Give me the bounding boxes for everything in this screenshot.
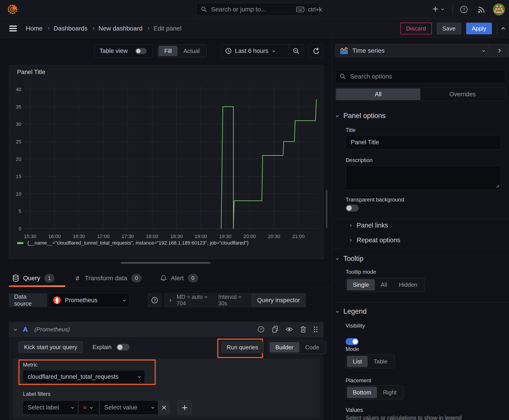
search-shortcut: ctrl+k xyxy=(308,6,322,13)
global-search-box[interactable]: ctrl+k xyxy=(196,3,319,16)
horizontal-splitter-handle[interactable] xyxy=(121,262,211,264)
section-collapse-icon xyxy=(336,310,339,313)
breadcrumb: Home Dashboards New dashboard Edit panel xyxy=(26,19,181,38)
legend-section-header[interactable]: Legend xyxy=(336,307,366,315)
values-label: Values xyxy=(346,406,363,413)
drag-handle-icon[interactable] xyxy=(313,326,318,333)
visualization-name: Time series xyxy=(352,47,385,54)
tab-transform-data[interactable]: Transform data 0 xyxy=(74,270,142,286)
time-series-chart[interactable]: 051015202530354015:3016:0016:3017:0017:3… xyxy=(12,84,321,241)
explain-toggle[interactable] xyxy=(116,344,129,351)
duplicate-query-icon[interactable] xyxy=(272,326,279,333)
actions-divider xyxy=(497,23,497,34)
panel-links-section[interactable]: Panel links xyxy=(349,222,388,229)
query-help-icon[interactable]: ? xyxy=(257,326,265,333)
svg-text:18:30: 18:30 xyxy=(170,233,183,239)
collapse-query-icon[interactable] xyxy=(14,328,17,330)
zoom-out-button[interactable] xyxy=(289,45,303,57)
apply-button[interactable]: Apply xyxy=(466,23,492,34)
options-search-input[interactable] xyxy=(350,73,501,80)
visualization-picker[interactable]: Time series xyxy=(335,44,509,57)
collapse-header-icon[interactable] xyxy=(501,27,505,31)
code-option[interactable]: Code xyxy=(299,342,325,352)
add-filter-button[interactable] xyxy=(177,400,192,415)
tab-alert[interactable]: Alert 0 xyxy=(160,270,198,286)
metric-label: Metric xyxy=(23,362,38,368)
legend-mode-table-option[interactable]: Table xyxy=(368,356,393,367)
placement-right-option[interactable]: Right xyxy=(377,387,403,398)
query-ref-id: A xyxy=(23,326,28,333)
run-queries-button[interactable]: Run queries xyxy=(221,341,264,353)
svg-text:?: ? xyxy=(260,327,262,332)
panel-title-input[interactable] xyxy=(350,139,496,146)
expand-stats-icon[interactable] xyxy=(168,299,171,301)
hamburger-menu-icon[interactable] xyxy=(8,25,17,32)
svg-text:15:30: 15:30 xyxy=(24,233,36,239)
query-datasource-note: (Prometheus) xyxy=(35,326,70,333)
select-label-placeholder: Select label xyxy=(28,404,68,411)
vertical-scrollbar-thumb[interactable] xyxy=(326,190,327,228)
tooltip-all-option[interactable]: All xyxy=(375,279,393,290)
legend-mode-list-option[interactable]: List xyxy=(347,356,368,367)
global-search-input[interactable] xyxy=(211,6,293,13)
transparent-background-toggle[interactable] xyxy=(346,205,359,211)
legend-visibility-toggle[interactable] xyxy=(346,338,359,345)
select-label-dropdown[interactable]: Select label xyxy=(23,400,78,415)
panel-options-section-header[interactable]: Panel options xyxy=(336,112,386,120)
operator-dropdown[interactable]: = xyxy=(78,400,99,415)
visibility-label: Visibility xyxy=(346,323,365,329)
tooltip-single-option[interactable]: Single xyxy=(347,279,375,290)
query-row-header[interactable]: A (Prometheus) ? xyxy=(9,322,324,337)
breadcrumb-new-dashboard[interactable]: New dashboard xyxy=(99,25,143,32)
toggle-visibility-eye-icon[interactable] xyxy=(285,326,293,332)
toggle-viz-panel-button[interactable] xyxy=(489,44,509,57)
svg-text:16:30: 16:30 xyxy=(73,233,85,239)
save-button[interactable]: Save xyxy=(437,23,461,34)
help-button[interactable]: ? xyxy=(459,5,469,14)
tooltip-hidden-option[interactable]: Hidden xyxy=(393,279,423,290)
datasource-help-button[interactable]: ? xyxy=(148,293,162,307)
placement-bottom-option[interactable]: Bottom xyxy=(347,387,377,398)
tab-all[interactable]: All xyxy=(336,88,420,100)
resize-handle-icon[interactable] xyxy=(496,184,500,188)
values-description: Select values or calculations to show in… xyxy=(346,415,462,420)
table-view-toggle[interactable] xyxy=(135,48,146,54)
breadcrumb-home[interactable]: Home xyxy=(26,25,43,32)
options-search-box[interactable] xyxy=(335,69,506,83)
grafana-logo-icon[interactable] xyxy=(7,4,18,15)
datasource-picker[interactable]: Prometheus xyxy=(48,293,130,307)
panel-card: Panel Title 051015202530354015:3016:0016… xyxy=(9,65,324,259)
query-stats-bar: MD = auto = 704 Interval = 30s xyxy=(164,293,252,307)
refresh-button[interactable] xyxy=(308,45,323,57)
tab-query[interactable]: Query 1 xyxy=(12,270,54,286)
news-rss-button[interactable] xyxy=(477,5,486,14)
panel-title-field[interactable] xyxy=(346,135,501,150)
delete-query-trash-icon[interactable] xyxy=(300,326,307,333)
kick-start-query-button[interactable]: Kick start your query xyxy=(18,341,83,353)
add-menu-button[interactable] xyxy=(432,5,443,13)
fill-option[interactable]: Fill xyxy=(159,46,177,56)
discard-button[interactable]: Discard xyxy=(400,23,432,34)
active-tab-underline xyxy=(9,285,65,287)
remove-filter-button[interactable] xyxy=(158,400,170,415)
user-avatar[interactable] xyxy=(493,3,505,15)
grafana-edit-panel-page: ctrl+k ? Home Dashboards New dashboard xyxy=(0,0,509,420)
tab-query-label: Query xyxy=(23,275,40,282)
breadcrumb-dashboards[interactable]: Dashboards xyxy=(54,25,88,32)
select-value-dropdown[interactable]: Select value xyxy=(100,400,158,415)
chart-legend[interactable]: {__name__="cloudflared_tunnel_total_requ… xyxy=(17,240,249,246)
actual-option[interactable]: Actual xyxy=(177,46,205,56)
builder-option[interactable]: Builder xyxy=(270,342,299,352)
description-field[interactable] xyxy=(346,165,501,190)
time-range-picker[interactable]: Last 6 hours xyxy=(221,48,289,54)
tab-overrides[interactable]: Overrides xyxy=(420,88,505,100)
time-range-group: Last 6 hours xyxy=(221,45,304,57)
metric-select[interactable]: cloudflared_tunnel_total_requests xyxy=(23,370,145,383)
tooltip-section-header[interactable]: Tooltip xyxy=(336,255,364,263)
query-inspector-button[interactable]: Query inspector xyxy=(251,293,306,307)
search-icon xyxy=(201,6,207,13)
description-textarea[interactable] xyxy=(346,165,501,190)
svg-text:20: 20 xyxy=(16,156,21,162)
repeat-options-section[interactable]: Repeat options xyxy=(349,236,400,244)
panel-title[interactable]: Panel Title xyxy=(17,69,45,76)
